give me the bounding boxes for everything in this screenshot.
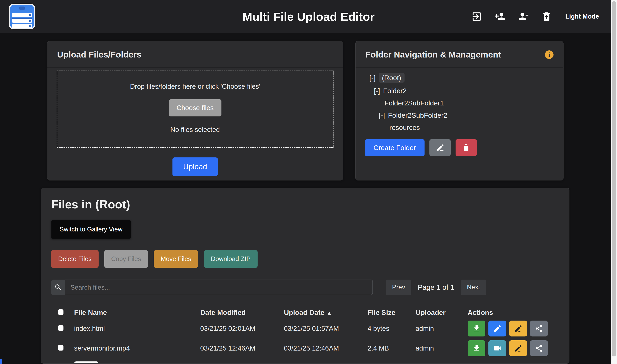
upload-card-title: Upload Files/Folders: [57, 50, 141, 60]
pencil-icon: [436, 143, 444, 152]
move-files-button[interactable]: Move Files: [154, 250, 198, 268]
folder-tree: [-] (Root) [-] Folder2 Folder2SubFolder1…: [365, 73, 554, 131]
tree-label[interactable]: Folder2SubFolder1: [385, 99, 444, 107]
column-header-uploader[interactable]: Uploader: [416, 309, 468, 316]
download-button[interactable]: [468, 321, 485, 337]
delete-files-button[interactable]: Delete Files: [51, 250, 99, 268]
column-header-modified[interactable]: Date Modified: [200, 309, 284, 316]
table-row: index.html 03/21/25 02:01AM 03/21/25 01:…: [51, 319, 559, 338]
restore-trash-button[interactable]: [541, 11, 552, 22]
app-header: Multi File Upload Editor Light Mode: [0, 0, 617, 33]
row-checkbox[interactable]: [58, 325, 64, 331]
download-zip-button[interactable]: Download ZIP: [204, 250, 258, 268]
pagination: Prev Page 1 of 1 Next: [386, 280, 486, 295]
upload-date: 03/21/25 01:57AM: [284, 325, 368, 332]
light-mode-toggle[interactable]: Light Mode: [565, 13, 599, 20]
create-folder-button[interactable]: Create Folder: [365, 139, 425, 156]
share-icon: [535, 324, 543, 333]
logout-icon: [471, 11, 482, 22]
trash-restore-icon: [541, 11, 552, 22]
files-card: Files in (Root) Switch to Gallery View D…: [41, 188, 569, 364]
info-icon[interactable]: i: [545, 50, 553, 59]
server-icon: [10, 5, 34, 12]
upload-button[interactable]: Upload: [173, 157, 218, 176]
file-size: 4 bytes: [368, 325, 416, 332]
scrollbar-thumb[interactable]: [612, 1, 616, 356]
uploader: admin: [416, 344, 468, 352]
edit-button[interactable]: [488, 321, 506, 337]
edit-pencil-icon: [493, 324, 502, 333]
rename-pencil-icon: [514, 324, 523, 333]
search-iconbox: [51, 280, 65, 295]
table-row: servermonitor.mp4 03/21/25 12:46AM 03/21…: [51, 338, 559, 358]
sort-ascending-icon: ▲: [326, 310, 332, 316]
rename-button[interactable]: [509, 321, 527, 337]
page-title: Multi File Upload Editor: [242, 10, 375, 23]
delete-folder-button[interactable]: [456, 139, 477, 156]
tree-label[interactable]: resources: [389, 124, 420, 131]
page-scrollbar[interactable]: [611, 0, 617, 364]
tree-label-selected[interactable]: (Root): [379, 73, 404, 83]
trash-icon: [462, 143, 471, 152]
file-name: servermonitor.mp4: [74, 344, 200, 352]
choose-files-button[interactable]: Choose files: [169, 99, 221, 117]
tree-item-folder2subfolder1[interactable]: Folder2SubFolder1: [365, 99, 554, 107]
logout-button[interactable]: [471, 11, 483, 22]
column-header-name[interactable]: File Name: [74, 309, 200, 316]
header-actions: Light Mode: [471, 11, 599, 22]
row-checkbox[interactable]: [58, 345, 64, 351]
search-icon: [54, 284, 62, 291]
dropzone-hint: Drop files/folders here or click 'Choose…: [61, 83, 329, 90]
file-dropzone[interactable]: Drop files/folders here or click 'Choose…: [57, 71, 334, 148]
page-indicator: Page 1 of 1: [418, 283, 454, 291]
tree-item-folder2[interactable]: [-] Folder2: [365, 87, 554, 95]
video-camera-icon: [493, 344, 502, 352]
folder-navigation-card: Folder Navigation & Management i [-] (Ro…: [355, 41, 563, 181]
copy-files-button[interactable]: Copy Files: [104, 250, 148, 268]
tree-label[interactable]: Folder2SubFolder2: [388, 111, 447, 119]
upload-card: Upload Files/Folders Drop files/folders …: [47, 41, 343, 181]
items-per-page-row: Show 10 items per page: [51, 361, 559, 364]
tree-toggle-icon[interactable]: [-]: [369, 74, 376, 82]
switch-view-button[interactable]: Switch to Gallery View: [51, 220, 131, 239]
remove-user-button[interactable]: [518, 11, 529, 22]
download-icon: [472, 324, 481, 333]
rename-button[interactable]: [509, 340, 527, 356]
no-files-selected-text: No files selected: [61, 126, 329, 134]
rename-folder-button[interactable]: [429, 139, 451, 156]
tree-item-root[interactable]: [-] (Root): [365, 73, 554, 83]
date-modified: 03/21/25 02:01AM: [200, 325, 284, 332]
column-header-actions: Actions: [468, 309, 559, 316]
offscreen-element-fragment: [0, 359, 2, 364]
download-button[interactable]: [468, 340, 485, 356]
add-user-button[interactable]: [494, 11, 506, 22]
items-per-page-stepper[interactable]: 10: [74, 361, 99, 364]
person-add-icon: [495, 11, 506, 22]
main-content: Upload Files/Folders Drop files/folders …: [0, 33, 617, 364]
file-size: 2.4 MB: [368, 344, 416, 352]
date-modified: 03/21/25 12:46AM: [200, 344, 284, 352]
tree-item-resources[interactable]: resources: [365, 124, 554, 131]
tree-item-folder2subfolder2[interactable]: [-] Folder2SubFolder2: [365, 111, 554, 119]
tree-toggle-icon[interactable]: [-]: [379, 111, 385, 119]
column-header-size[interactable]: File Size: [368, 309, 416, 316]
next-page-button[interactable]: Next: [461, 280, 486, 295]
tree-label[interactable]: Folder2: [383, 87, 407, 95]
search-input[interactable]: [65, 280, 373, 295]
select-all-checkbox[interactable]: [58, 309, 64, 315]
file-name: index.html: [74, 325, 200, 332]
share-button[interactable]: [530, 321, 548, 337]
prev-page-button[interactable]: Prev: [386, 280, 411, 295]
column-header-uploaded[interactable]: Upload Date▲: [284, 309, 368, 316]
app-logo[interactable]: [9, 4, 35, 29]
tree-toggle-icon[interactable]: [-]: [374, 87, 380, 95]
folder-card-title: Folder Navigation & Management: [365, 50, 501, 60]
video-preview-button[interactable]: [488, 340, 506, 356]
share-button[interactable]: [530, 340, 548, 356]
share-icon: [535, 344, 543, 352]
files-section-title: Files in (Root): [51, 197, 559, 211]
upload-date: 03/21/25 12:46AM: [284, 344, 368, 352]
bulk-actions: Delete Files Copy Files Move Files Downl…: [51, 250, 559, 268]
download-icon: [472, 344, 481, 352]
person-remove-icon: [518, 11, 529, 22]
